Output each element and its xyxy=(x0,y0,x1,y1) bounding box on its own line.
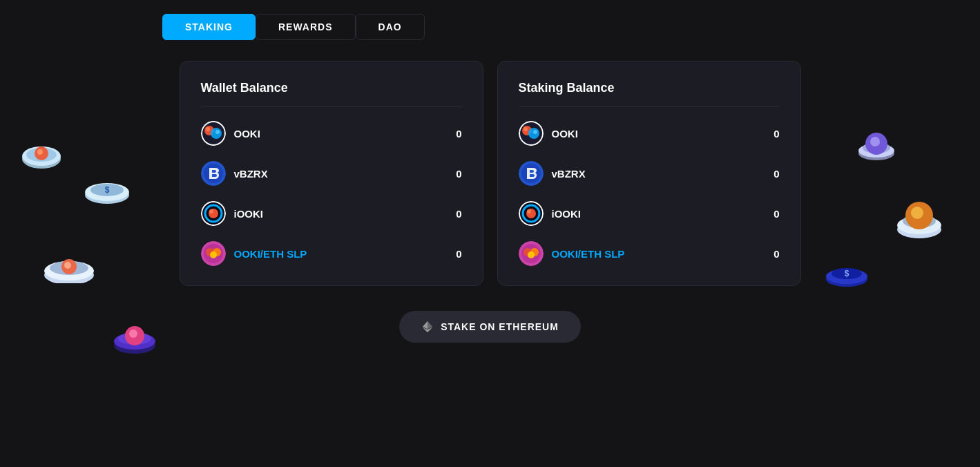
svg-point-23 xyxy=(870,137,880,146)
tab-staking[interactable]: STAKING xyxy=(162,14,256,40)
wallet-balance-card: Wallet Balance OOKI xyxy=(180,61,483,286)
svg-point-36 xyxy=(206,127,210,131)
wallet-divider xyxy=(201,106,462,107)
wallet-iooki-value: 0 xyxy=(456,208,461,220)
svg-point-56 xyxy=(533,130,537,134)
deco-coin-5 xyxy=(856,124,897,169)
staking-ooki-row: OOKI 0 xyxy=(519,121,780,146)
svg-marker-72 xyxy=(423,321,427,329)
svg-point-50 xyxy=(210,251,217,258)
wallet-slp-value: 0 xyxy=(456,248,461,260)
wallet-slp-left: OOKI/ETH SLP xyxy=(201,241,307,266)
tab-dao[interactable]: DAO xyxy=(356,14,425,40)
tab-rewards[interactable]: REWARDS xyxy=(256,14,356,40)
page-wrapper: $ xyxy=(0,0,980,467)
ethereum-icon xyxy=(421,321,434,333)
stake-button-label: STAKE ON ETHEREUM xyxy=(441,321,559,332)
deco-coin-2: $ xyxy=(83,180,131,207)
wallet-vbzrx-value: 0 xyxy=(456,168,461,180)
staking-balance-title: Staking Balance xyxy=(519,81,780,95)
tabs-container: STAKING REWARDS DAO xyxy=(162,14,425,40)
bottom-section: STAKE ON ETHEREUM xyxy=(399,311,581,343)
wallet-vbzrx-name: vBZRX xyxy=(234,168,268,180)
svg-text:$: $ xyxy=(105,185,110,195)
wallet-ooki-name: OOKI xyxy=(234,128,260,140)
staking-iooki-row: iOOKI 0 xyxy=(519,201,780,226)
svg-marker-71 xyxy=(427,321,432,329)
main-content: Wallet Balance OOKI xyxy=(180,61,801,286)
staking-balance-card: Staking Balance OOKI xyxy=(497,61,801,286)
staking-slp-value: 0 xyxy=(774,248,779,260)
wallet-ooki-left: OOKI xyxy=(201,121,260,146)
staking-slp-row: OOKI/ETH SLP 0 xyxy=(519,241,780,266)
wallet-ooki-row: OOKI 0 xyxy=(201,121,462,146)
svg-point-28 xyxy=(911,207,923,219)
staking-ooki-value: 0 xyxy=(774,128,779,140)
svg-point-4 xyxy=(37,149,43,155)
staking-vbzrx-icon xyxy=(519,161,544,186)
staking-ooki-name: OOKI xyxy=(552,128,578,140)
staking-vbzrx-name: vBZRX xyxy=(552,168,586,180)
vbzrx-icon xyxy=(201,161,226,186)
iooki-icon xyxy=(201,201,226,226)
wallet-vbzrx-left: vBZRX xyxy=(201,161,268,186)
svg-point-45 xyxy=(209,209,213,213)
staking-ooki-left: OOKI xyxy=(519,121,578,146)
staking-slp-name[interactable]: OOKI/ETH SLP xyxy=(552,248,625,260)
staking-vbzrx-value: 0 xyxy=(774,168,779,180)
staking-vbzrx-left: vBZRX xyxy=(519,161,586,186)
wallet-slp-row: OOKI/ETH SLP 0 xyxy=(201,241,462,266)
deco-coin-7: $ xyxy=(825,263,869,289)
staking-vbzrx-row: vBZRX 0 xyxy=(519,161,780,186)
svg-point-13 xyxy=(64,262,71,269)
wallet-iooki-row: iOOKI 0 xyxy=(201,201,462,226)
svg-point-54 xyxy=(523,127,528,131)
staking-iooki-icon xyxy=(519,201,544,226)
slp-icon xyxy=(201,241,226,266)
svg-point-38 xyxy=(215,130,220,134)
wallet-iooki-left: iOOKI xyxy=(201,201,264,226)
wallet-iooki-name: iOOKI xyxy=(234,208,264,220)
deco-coin-6 xyxy=(894,193,945,248)
deco-coin-3 xyxy=(41,256,97,286)
staking-iooki-left: iOOKI xyxy=(519,201,582,226)
wallet-slp-name[interactable]: OOKI/ETH SLP xyxy=(234,248,307,260)
deco-coin-4 xyxy=(111,311,159,362)
staking-iooki-value: 0 xyxy=(774,208,779,220)
svg-text:$: $ xyxy=(845,269,849,278)
svg-point-18 xyxy=(129,330,137,338)
wallet-ooki-value: 0 xyxy=(456,128,461,140)
svg-point-68 xyxy=(528,251,535,258)
staking-slp-left: OOKI/ETH SLP xyxy=(519,241,625,266)
stake-on-ethereum-button[interactable]: STAKE ON ETHEREUM xyxy=(399,311,581,343)
deco-coin-1 xyxy=(21,138,62,182)
wallet-vbzrx-row: vBZRX 0 xyxy=(201,161,462,186)
staking-ooki-icon xyxy=(519,121,544,146)
wallet-balance-title: Wallet Balance xyxy=(201,81,462,95)
staking-slp-icon xyxy=(519,241,544,266)
svg-point-63 xyxy=(527,209,531,213)
staking-divider xyxy=(519,106,780,107)
staking-iooki-name: iOOKI xyxy=(552,208,582,220)
ooki-icon xyxy=(201,121,226,146)
